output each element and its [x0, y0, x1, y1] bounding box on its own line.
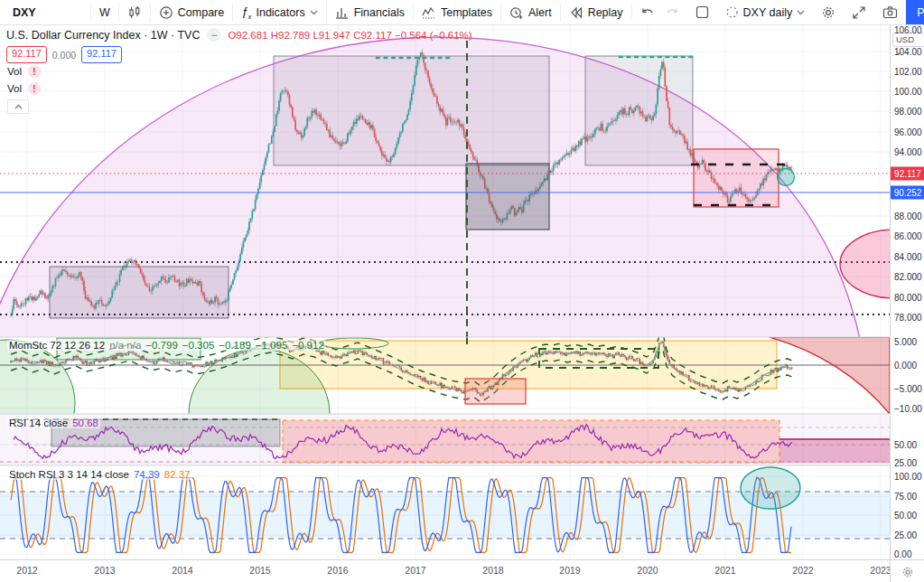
layout-select-button[interactable] [687, 0, 717, 24]
replay-button[interactable]: Replay [561, 0, 631, 24]
redo-button[interactable] [663, 0, 687, 24]
rectangle-drawing [694, 149, 779, 207]
templates-label: Templates [441, 6, 492, 19]
price-tick: 84.000 [894, 252, 922, 262]
year-tick: 2022 [792, 565, 813, 576]
stoch-pane[interactable] [0, 467, 890, 552]
rsi-value: 50.68 [72, 418, 98, 428]
teal-circle-drawing [778, 169, 795, 186]
price-tick: 88.000 [894, 211, 922, 221]
financials-button[interactable]: Financials [327, 0, 413, 24]
series-title[interactable]: U.S. Dollar Currency Index · 1W · TVC [6, 29, 200, 42]
year-tick: 2014 [172, 565, 192, 576]
chevron-down-icon [797, 10, 805, 15]
warning-icon[interactable]: ! [28, 65, 41, 78]
last-price-badge: 92.117 [891, 167, 924, 181]
price-tick: 0.00 [894, 549, 911, 559]
cloud-layout-button[interactable]: DXY daily [717, 0, 814, 24]
zero-value-label: 0.000 [52, 50, 76, 61]
rsi-title[interactable]: RSI 14 close [9, 418, 68, 428]
price-line-labels: 92.117 0.000 92.117 [6, 46, 122, 63]
settings-gear-button[interactable] [813, 0, 844, 24]
interval-button[interactable]: W [91, 0, 118, 24]
main-pane[interactable] [0, 37, 924, 352]
year-tick: 2021 [714, 565, 735, 576]
chevron-down-icon [310, 10, 318, 15]
time-axis[interactable]: 2012201320142015201620172018201920202021… [0, 559, 890, 582]
alarm-clock-icon [509, 5, 524, 20]
price-tick: 104.00 [894, 47, 922, 57]
stoch-title[interactable]: Stoch RSI 3 3 14 14 close [9, 469, 129, 480]
rsi-legend: RSI 14 close 50.68 [7, 418, 100, 428]
financials-label: Financials [354, 6, 405, 19]
stoch-d-value: 82.37 [164, 469, 191, 480]
year-tick: 2019 [559, 565, 580, 576]
tradingview-app: { "toolbar":{ "symbol":"DXY","interval":… [0, 0, 924, 582]
momsto-title[interactable]: MomStc 72 12 26 12 [9, 340, 105, 351]
ohlc-values: O92.681 H92.789 L91.947 C92.117 −0.564 (… [228, 30, 471, 41]
templates-chart-icon [422, 5, 436, 20]
price-tick: 94.000 [894, 147, 922, 157]
chart-canvas[interactable] [0, 0, 924, 582]
alert-button[interactable]: Alert [501, 0, 560, 24]
price-tick: 80.000 [894, 293, 922, 303]
gear-icon [901, 566, 914, 578]
price-tick: 25.00 [894, 458, 917, 468]
price-tick: 25.00 [894, 530, 917, 540]
price-axis[interactable]: USD ⌄ 106.00104.00102.00100.0098.00096.0… [890, 24, 924, 559]
templates-button[interactable]: Templates [414, 0, 500, 24]
volume-legend-2: Vol ! [7, 82, 41, 95]
vol-label[interactable]: Vol [7, 66, 22, 77]
last-price-box: 92.117 [6, 46, 47, 63]
price-tick: 5.000 [894, 337, 917, 347]
year-tick: 2017 [405, 565, 425, 576]
axis-settings-corner[interactable] [890, 559, 924, 582]
undo-button[interactable] [632, 0, 663, 24]
indicators-button[interactable]: ƒx Indicators [233, 0, 325, 24]
price-tick: 98.000 [894, 107, 922, 117]
stoch-k-value: 74.39 [134, 469, 160, 480]
symbol-search-button[interactable]: DXY [0, 0, 90, 24]
indicators-label: Indicators [256, 6, 304, 19]
stoch-rsi-legend: Stoch RSI 3 3 14 14 close 74.39 82.37 [7, 469, 192, 480]
compare-plus-icon [159, 5, 173, 20]
compare-button[interactable]: Compare [151, 0, 232, 24]
counter-price-box: 92.117 [81, 46, 122, 63]
price-tick: 100.00 [894, 472, 922, 482]
publish-button[interactable]: Publish [906, 0, 924, 24]
fullscreen-button[interactable] [844, 0, 874, 24]
candlestick-icon [127, 5, 142, 20]
financials-bars-icon [335, 5, 350, 20]
momsto-value: −1.095 [256, 340, 288, 351]
vol-label[interactable]: Vol [7, 83, 22, 94]
collapse-legend-button[interactable] [7, 99, 29, 114]
price-tick: 86.000 [894, 231, 922, 241]
momsto-value: −0.799 [145, 340, 178, 351]
rsi-pane[interactable] [0, 414, 890, 465]
year-tick: 2020 [637, 565, 658, 576]
layout-name-label: DXY daily [743, 6, 793, 19]
salmon-box-drawing [283, 420, 779, 463]
year-tick: 2018 [482, 565, 503, 576]
year-tick: 2012 [16, 565, 37, 576]
year-tick: 2016 [327, 565, 348, 576]
counter-price-badge: 90.252 [891, 186, 924, 200]
chart-style-button[interactable] [119, 0, 150, 24]
price-tick: 0.000 [894, 361, 917, 371]
alert-label: Alert [528, 6, 552, 19]
price-tick: 78.000 [894, 313, 922, 323]
red-box-drawing [465, 379, 526, 404]
year-tick: 2015 [249, 565, 270, 576]
warning-icon[interactable]: ! [28, 82, 41, 95]
momsto-na-values: n/a n/a [109, 340, 141, 351]
collapse-source-icon[interactable]: − [207, 28, 220, 42]
cloud-sync-icon [725, 5, 739, 19]
snapshot-camera-button[interactable] [874, 0, 906, 24]
price-tick: 102.00 [894, 67, 922, 77]
price-tick: 82.000 [894, 272, 922, 282]
year-tick: 2013 [94, 565, 115, 576]
price-tick: −10.00 [894, 404, 922, 414]
replay-label: Replay [588, 6, 623, 19]
momsto-legend: MomStc 72 12 26 12 n/a n/a −0.799 −0.305… [7, 340, 326, 351]
replay-rewind-icon [569, 5, 583, 20]
